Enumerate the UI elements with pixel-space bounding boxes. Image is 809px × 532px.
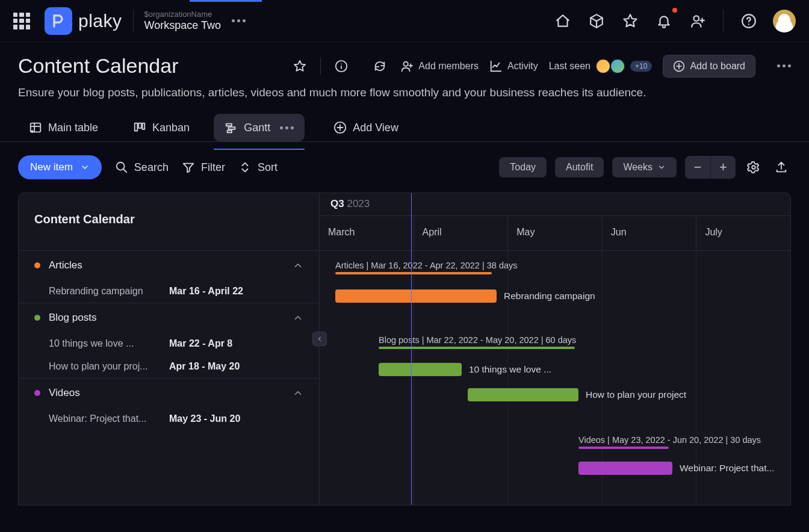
task-name: 10 things we love ...	[49, 338, 169, 349]
collapse-sidebar-button[interactable]	[312, 332, 327, 346]
app-name: plaky	[78, 11, 122, 31]
app-launcher-icon[interactable]	[13, 13, 30, 29]
divider	[723, 10, 724, 32]
gantt-icon	[225, 121, 238, 134]
add-to-board-button[interactable]: Add to board	[663, 55, 755, 78]
zoom-controls: − +	[685, 156, 736, 179]
sort-icon	[238, 161, 252, 174]
help-icon[interactable]	[739, 11, 758, 31]
sync-icon[interactable]	[370, 57, 389, 76]
search-button[interactable]: Search	[115, 161, 169, 174]
last-seen[interactable]: Last seen +10	[549, 58, 652, 74]
group-header-articles[interactable]: Articles	[19, 251, 319, 280]
app-logo[interactable]: plaky	[45, 7, 122, 35]
member-avatar	[595, 58, 611, 74]
user-avatar[interactable]	[773, 10, 796, 32]
task-bar[interactable]: 10 things we love ...	[379, 363, 551, 376]
tab-label: Main table	[48, 122, 98, 134]
chevron-up-icon	[293, 260, 303, 271]
task-bar[interactable]: Webinar: Project that...	[578, 462, 774, 475]
svg-rect-11	[229, 127, 235, 129]
group-name: Videos	[49, 387, 293, 399]
package-icon[interactable]	[587, 11, 606, 31]
today-line	[411, 193, 412, 505]
group-header-videos[interactable]: Videos	[19, 379, 319, 407]
today-button[interactable]: Today	[499, 157, 547, 178]
chevron-up-icon	[293, 312, 303, 323]
group-summary-bar[interactable]: Articles | Mar 16, 2022 - Apr 22, 2022 |…	[335, 261, 518, 274]
svg-point-3	[404, 61, 408, 66]
task-bar-label: How to plan your project	[586, 389, 686, 400]
new-item-label: New item	[30, 161, 73, 173]
tab-main-table[interactable]: Main table	[18, 114, 109, 141]
svg-rect-7	[135, 123, 138, 131]
add-view-button[interactable]: Add View	[330, 114, 402, 141]
timescale-select[interactable]: Weeks	[612, 157, 677, 178]
home-icon[interactable]	[553, 11, 572, 31]
group-name: Articles	[49, 259, 293, 271]
workspace-selector[interactable]: $organizationName Workspace Two	[144, 10, 221, 32]
org-label: $organizationName	[144, 10, 221, 19]
group-summary-bar[interactable]: Blog posts | Mar 22, 2022 - May 20, 2022…	[379, 335, 576, 349]
month-column: April	[414, 216, 508, 250]
zoom-in-button[interactable]: +	[710, 156, 736, 179]
chevron-down-icon	[657, 163, 666, 172]
chevron-down-icon	[80, 162, 90, 172]
svg-rect-8	[138, 123, 141, 128]
add-to-board-label: Add to board	[690, 61, 745, 72]
task-bar-label: Webinar: Project that...	[680, 463, 774, 474]
month-column: May	[507, 216, 602, 250]
svg-rect-10	[226, 124, 232, 126]
gantt-timeline[interactable]: Q3 2023 March April May Jun July Article…	[320, 193, 790, 505]
divider	[133, 10, 134, 32]
task-row[interactable]: Rebranding campaign Mar 16 - April 22	[19, 280, 319, 303]
task-bar[interactable]: Rebranding campaign	[335, 289, 595, 303]
group-header-blogposts[interactable]: Blog posts	[19, 303, 319, 332]
svg-rect-12	[228, 131, 232, 133]
star-icon[interactable]	[621, 11, 640, 31]
group-summary-label: Blog posts | Mar 22, 2022 - May 20, 2022…	[379, 335, 576, 345]
task-row[interactable]: 10 things we love ... Mar 22 - Apr 8	[19, 332, 319, 355]
invite-member-icon[interactable]	[688, 11, 707, 31]
activity-label: Activity	[507, 61, 538, 72]
task-bar[interactable]: How to plan your project	[468, 388, 686, 401]
notification-badge	[672, 8, 677, 13]
new-item-button[interactable]: New item	[18, 155, 102, 179]
board-menu-icon[interactable]	[777, 64, 791, 67]
info-icon[interactable]	[332, 57, 351, 76]
table-icon	[29, 121, 42, 134]
timeline-months: March April May Jun July	[320, 216, 790, 251]
workspace-menu-icon[interactable]	[232, 19, 246, 22]
task-dates: Mar 22 - Apr 8	[169, 338, 232, 349]
task-row[interactable]: Webinar: Project that... May 23 - Jun 20	[19, 407, 319, 430]
autofit-button[interactable]: Autofit	[555, 157, 604, 178]
activity-button[interactable]: Activity	[489, 60, 538, 73]
group-summary-bar[interactable]: Videos | May 23, 2022 - Jun 20, 2022 | 3…	[578, 435, 761, 449]
month-column: July	[696, 216, 790, 250]
tab-menu-icon[interactable]	[280, 126, 294, 129]
add-members-button[interactable]: Add members	[400, 60, 479, 73]
notifications-icon[interactable]	[654, 11, 674, 31]
filter-icon	[182, 161, 195, 174]
filter-button[interactable]: Filter	[182, 161, 225, 174]
member-count-pill: +10	[630, 61, 652, 72]
sort-label: Sort	[258, 161, 277, 174]
gantt-side-title: Content Calendar	[19, 193, 319, 251]
tab-kanban[interactable]: Kanban	[122, 114, 200, 141]
board-title: Content Calendar	[18, 54, 179, 78]
task-row[interactable]: How to plan your proj... Apr 18 - May 20	[19, 355, 319, 378]
month-column: Jun	[602, 216, 696, 250]
tab-gantt[interactable]: Gantt	[214, 114, 305, 141]
task-dates: Apr 18 - May 20	[169, 361, 240, 372]
svg-point-0	[694, 16, 699, 21]
favorite-star-icon[interactable]	[290, 57, 309, 76]
workspace-name: Workspace Two	[144, 19, 221, 32]
settings-icon[interactable]	[744, 158, 763, 177]
kanban-icon	[133, 121, 146, 134]
sort-button[interactable]: Sort	[238, 161, 277, 174]
add-members-label: Add members	[418, 61, 479, 72]
group-color-dot	[34, 315, 40, 321]
svg-rect-9	[143, 123, 145, 129]
zoom-out-button[interactable]: −	[685, 156, 710, 179]
export-icon[interactable]	[772, 158, 791, 177]
